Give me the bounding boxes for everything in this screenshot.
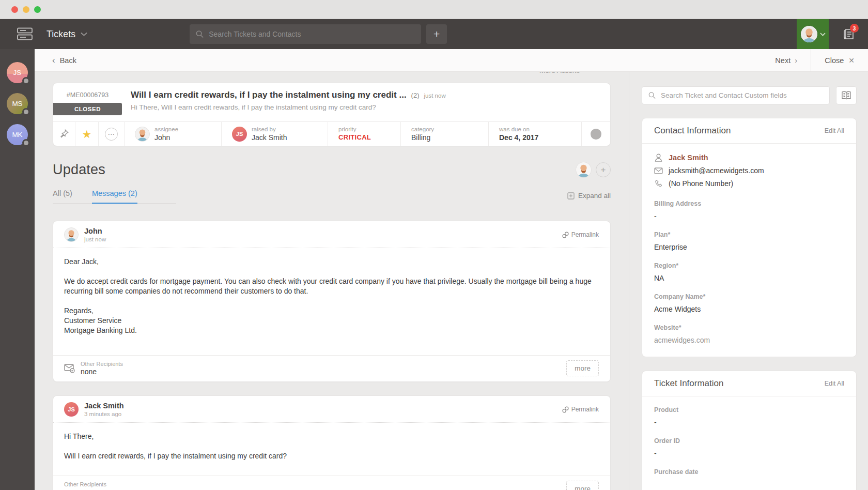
due-date-cell[interactable]: was due on Dec 4, 2017 xyxy=(489,122,582,146)
window-minimize-button[interactable] xyxy=(23,6,29,13)
custom-fields-search-input[interactable] xyxy=(661,91,823,99)
rail-agent-ms[interactable]: MS xyxy=(7,93,28,114)
global-search[interactable] xyxy=(190,24,421,44)
message-time: 3 minutes ago xyxy=(84,411,124,417)
priority-cell[interactable]: priority CRITICAL xyxy=(328,122,401,146)
module-label: Tickets xyxy=(47,29,75,40)
ticket-time: just now xyxy=(424,93,446,99)
field-region: Region* NA xyxy=(654,262,844,282)
contact-information-card: Contact Information Edit All Jack Smith … xyxy=(642,118,857,357)
message-time: just now xyxy=(84,236,106,242)
contact-name[interactable]: Jack Smith xyxy=(669,154,708,162)
ticket-thread-count: (2) xyxy=(411,91,420,99)
star-button[interactable]: ★ xyxy=(75,122,99,146)
category-cell[interactable]: category Billing xyxy=(401,122,489,146)
window-title-bar xyxy=(0,0,868,19)
tab-all[interactable]: All (5) xyxy=(53,189,72,204)
raised-by-value: Jack Smith xyxy=(252,133,287,142)
message-card: JS Jack Smith 3 minutes ago Permalink xyxy=(53,395,611,490)
message-body: Hi There, Will I earn credit rewards, if… xyxy=(53,423,610,476)
message-author: John xyxy=(84,227,106,235)
custom-fields-search[interactable] xyxy=(642,86,830,104)
other-recipients-label: Other Recipients xyxy=(81,361,123,367)
ticket-subject[interactable]: Will I earn credit rewards, if I pay the… xyxy=(131,90,407,100)
more-button[interactable]: more xyxy=(566,360,599,376)
raised-by-cell[interactable]: JS raised by Jack Smith xyxy=(222,122,328,146)
back-button[interactable]: ‹ Back xyxy=(52,55,76,66)
edit-all-button[interactable]: Edit All xyxy=(825,380,844,387)
other-recipients-value: none xyxy=(81,368,123,376)
message-card: John just now Permalink Dear Jack, We do… xyxy=(53,221,611,382)
phone-icon xyxy=(655,180,662,188)
edit-all-button[interactable]: Edit All xyxy=(825,127,844,134)
chevron-down-icon xyxy=(81,32,87,36)
more-button[interactable]: more xyxy=(566,481,599,490)
expand-all-button[interactable]: Expand all xyxy=(567,192,611,204)
window-close-button[interactable] xyxy=(11,6,18,13)
chevron-right-icon: › xyxy=(795,56,797,65)
mail-icon xyxy=(654,167,663,174)
permalink-button[interactable]: Permalink xyxy=(562,231,599,238)
updates-tabs: All (5) Messages (2) xyxy=(53,189,176,204)
close-icon: ✕ xyxy=(848,56,855,65)
ticket-preview: Hi There, Will I earn credit rewards, if… xyxy=(131,103,598,111)
offline-status-dot xyxy=(22,139,30,147)
participant-avatar[interactable] xyxy=(576,162,592,178)
rail-agent-mk[interactable]: MK xyxy=(7,124,28,145)
module-switcher-icon[interactable] xyxy=(16,27,34,41)
pin-button[interactable] xyxy=(53,122,75,146)
assignee-cell[interactable]: assignee John xyxy=(125,122,222,146)
close-button[interactable]: Close ✕ xyxy=(825,56,855,65)
star-icon: ★ xyxy=(82,129,92,140)
notifications-button[interactable]: 3 xyxy=(829,27,868,41)
other-recipients-value: none xyxy=(64,488,106,490)
ticket-detail-main: More Actions #ME00006793 CLOSED Will I e… xyxy=(35,72,629,490)
divider xyxy=(811,49,811,72)
add-participant-button[interactable]: + xyxy=(596,162,611,177)
chevron-down-icon xyxy=(820,33,826,36)
module-selector[interactable]: Tickets xyxy=(47,29,87,40)
agent-avatar xyxy=(800,25,818,43)
permalink-button[interactable]: Permalink xyxy=(562,406,599,413)
ticket-summary-card: #ME00006793 CLOSED Will I earn credit re… xyxy=(53,83,611,146)
search-icon xyxy=(648,91,656,99)
field-billing-address: Billing Address - xyxy=(654,200,844,220)
search-icon xyxy=(196,30,204,38)
other-recipients-label: Other Recipients xyxy=(64,481,106,487)
contact-phone: (No Phone Number) xyxy=(669,179,733,188)
tab-messages[interactable]: Messages (2) xyxy=(92,189,137,204)
global-search-input[interactable] xyxy=(209,30,415,38)
expand-icon xyxy=(567,192,575,200)
next-button[interactable]: Next › xyxy=(775,56,797,65)
add-ticket-button[interactable]: + xyxy=(426,24,447,44)
ticket-status-badge: CLOSED xyxy=(53,103,122,115)
offline-status-dot xyxy=(22,108,30,116)
assignee-avatar xyxy=(135,127,150,142)
ellipsis-icon: ⋯ xyxy=(105,128,118,141)
rail-agent-js[interactable]: JS xyxy=(7,62,28,83)
agent-status-menu[interactable] xyxy=(797,19,829,49)
author-avatar: JS xyxy=(64,402,79,417)
ticket-properties-panel: Contact Information Edit All Jack Smith … xyxy=(629,72,868,490)
window-zoom-button[interactable] xyxy=(34,6,41,13)
category-value: Billing xyxy=(411,133,434,142)
field-product: Product - xyxy=(654,406,844,426)
ticket-meta-row: ★ ⋯ assignee John xyxy=(53,121,610,146)
field-layout-button[interactable] xyxy=(836,86,857,104)
ticket-information-card: Ticket Information Edit All Product - Or… xyxy=(642,371,857,490)
plus-icon: + xyxy=(601,165,606,175)
author-avatar xyxy=(64,227,79,242)
due-date-value: Dec 4, 2017 xyxy=(499,133,538,142)
more-options-button[interactable]: ⋯ xyxy=(99,122,125,146)
more-actions-clipped[interactable]: More Actions xyxy=(539,72,596,76)
app-header: Tickets + 3 xyxy=(0,19,868,49)
recipients-icon xyxy=(64,363,75,373)
link-icon xyxy=(562,232,569,238)
card-title: Ticket Information xyxy=(654,378,723,389)
priority-value: CRITICAL xyxy=(338,133,371,142)
field-company-name: Company Name* Acme Widgets xyxy=(654,293,844,313)
contact-avatar: JS xyxy=(232,127,247,142)
channel-indicator-icon xyxy=(591,129,601,140)
contact-email[interactable]: jacksmith@acmewidgets.com xyxy=(669,166,764,175)
link-icon xyxy=(562,406,569,413)
